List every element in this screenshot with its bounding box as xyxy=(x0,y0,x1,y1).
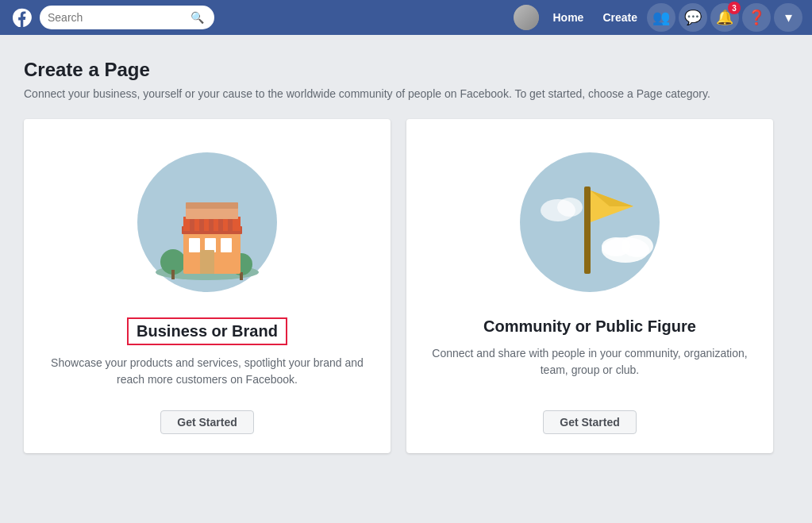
cards-row: Business or Brand Showcase your products… xyxy=(24,119,788,453)
business-get-started-button[interactable]: Get Started xyxy=(160,410,253,434)
svg-rect-19 xyxy=(186,202,238,209)
svg-rect-10 xyxy=(200,250,214,274)
community-figure-card[interactable]: Community or Public Figure Connect and s… xyxy=(406,119,773,453)
community-get-started-button[interactable]: Get Started xyxy=(543,410,636,434)
navbar: 🔍 Home Create 👥 💬 🔔 3 ❓ ▾ xyxy=(0,0,812,35)
notifications-icon-btn[interactable]: 🔔 3 xyxy=(710,3,739,32)
home-link[interactable]: Home xyxy=(545,6,592,29)
search-icon: 🔍 xyxy=(190,11,204,24)
people-icon: 👥 xyxy=(652,9,670,26)
messenger-icon: 💬 xyxy=(684,9,702,26)
page-subtitle: Connect your business, yourself or your … xyxy=(24,87,788,100)
search-input[interactable] xyxy=(48,11,190,24)
svg-rect-26 xyxy=(584,187,591,274)
avatar[interactable] xyxy=(514,5,539,30)
community-figure-title: Community or Public Figure xyxy=(483,317,696,336)
more-icon-btn[interactable]: ▾ xyxy=(774,3,802,32)
page-content: Create a Page Connect your business, you… xyxy=(0,35,812,469)
svg-point-23 xyxy=(602,237,630,256)
community-illustration xyxy=(510,143,669,302)
svg-point-25 xyxy=(557,198,583,217)
nav-links: Home Create xyxy=(545,6,646,29)
help-icon: ❓ xyxy=(748,9,765,26)
business-illustration xyxy=(128,143,287,302)
help-icon-btn[interactable]: ❓ xyxy=(742,3,771,32)
svg-rect-9 xyxy=(221,238,232,252)
svg-rect-3 xyxy=(171,270,175,279)
svg-rect-5 xyxy=(240,272,243,280)
create-link[interactable]: Create xyxy=(595,6,645,29)
facebook-logo[interactable] xyxy=(8,3,37,32)
notification-badge: 3 xyxy=(728,2,741,14)
svg-rect-7 xyxy=(189,238,200,252)
business-brand-title: Business or Brand xyxy=(127,317,287,345)
search-bar[interactable]: 🔍 xyxy=(40,6,214,29)
page-title: Create a Page xyxy=(24,59,788,81)
business-brand-card[interactable]: Business or Brand Showcase your products… xyxy=(24,119,391,453)
business-brand-desc: Showcase your products and services, spo… xyxy=(48,355,367,388)
people-icon-btn[interactable]: 👥 xyxy=(647,3,675,32)
community-figure-desc: Connect and share with people in your co… xyxy=(430,345,749,388)
chevron-down-icon: ▾ xyxy=(785,9,792,26)
messenger-icon-btn[interactable]: 💬 xyxy=(679,3,707,32)
